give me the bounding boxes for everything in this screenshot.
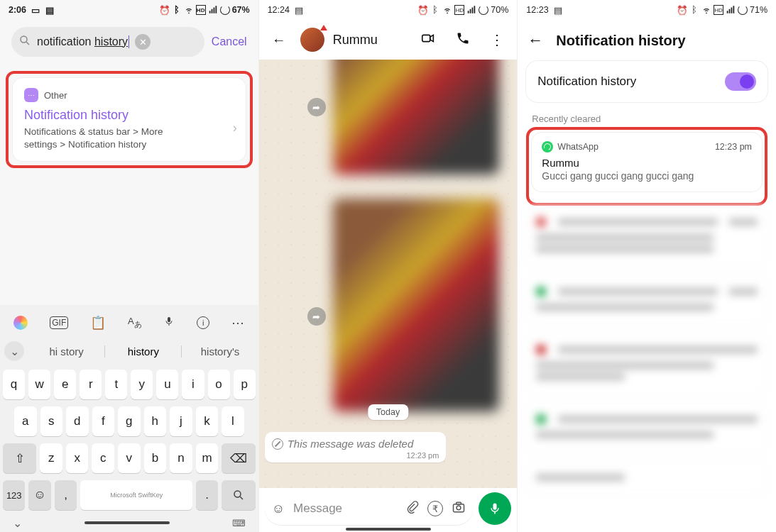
suggestion-2[interactable]: history — [104, 345, 181, 358]
section-label: Other — [44, 90, 67, 101]
notification-item-blurred[interactable] — [526, 333, 767, 394]
key-w[interactable]: w — [28, 370, 50, 399]
key-s[interactable]: s — [40, 406, 63, 436]
nav-handle[interactable] — [84, 521, 170, 524]
result-title: Notification history — [24, 108, 234, 123]
suggestion-1[interactable]: hi story — [28, 345, 104, 358]
search-result-notification-history[interactable]: ⋯ Other Notification history Notificatio… — [13, 78, 246, 161]
translate-icon[interactable]: Aあ — [128, 316, 142, 330]
voice-call-button[interactable] — [450, 31, 476, 49]
search-key[interactable] — [222, 480, 255, 510]
key-n[interactable]: n — [170, 443, 192, 473]
emoji-icon[interactable]: ☺ — [272, 501, 285, 516]
sync-icon — [220, 5, 230, 15]
space-key[interactable]: Microsoft SwiftKey — [80, 480, 192, 510]
message-input[interactable]: ☺ Message ₹ — [265, 492, 474, 525]
key-y[interactable]: y — [131, 370, 153, 399]
key-p[interactable]: p — [234, 370, 256, 399]
signal-icon — [726, 5, 736, 15]
nav-handle[interactable] — [346, 528, 431, 531]
key-k[interactable]: k — [196, 406, 219, 436]
suggestion-3[interactable]: history's — [181, 345, 258, 358]
mic-icon[interactable] — [163, 316, 175, 331]
notification-item-blurred[interactable] — [526, 275, 767, 325]
notification-item-blurred[interactable] — [526, 461, 767, 495]
attach-icon[interactable] — [406, 501, 419, 517]
keyboard[interactable]: GIF 📋 Aあ i ⋯ ⌄ hi story history history'… — [0, 305, 258, 532]
key-m[interactable]: m — [196, 443, 219, 473]
clipboard-icon[interactable]: 📋 — [90, 315, 106, 331]
svg-point-0 — [21, 36, 27, 43]
key-g[interactable]: g — [118, 406, 141, 436]
notification-list: WhatsApp 12:23 pm Rummu Gucci gang gucci… — [518, 127, 776, 495]
key-c[interactable]: c — [92, 443, 114, 473]
wifi-icon — [442, 5, 452, 15]
menu-button[interactable]: ⋮ — [484, 31, 510, 48]
forward-button-1[interactable]: ➦ — [307, 98, 326, 116]
key-z[interactable]: z — [40, 443, 62, 473]
backspace-key[interactable]: ⌫ — [222, 443, 255, 473]
key-e[interactable]: e — [54, 370, 76, 399]
key-h[interactable]: h — [144, 406, 167, 436]
key-t[interactable]: t — [105, 370, 127, 399]
page-header: ← Notification history — [518, 20, 776, 57]
key-v[interactable]: v — [118, 443, 141, 473]
camera-icon[interactable] — [452, 500, 466, 518]
notification-history-toggle-card[interactable]: Notification history — [526, 61, 767, 102]
period-key[interactable]: . — [196, 480, 219, 510]
key-f[interactable]: f — [92, 406, 115, 436]
deleted-message-bubble[interactable]: This message was deleted 12:23 pm — [265, 432, 447, 462]
toggle-label: Notification history — [537, 74, 636, 89]
keyboard-collapse-icon[interactable]: ⌄ — [13, 516, 22, 530]
suggestion-row: ⌄ hi story history history's — [0, 336, 258, 366]
clear-search-button[interactable]: ✕ — [135, 34, 151, 50]
payment-icon[interactable]: ₹ — [427, 501, 443, 516]
copilot-icon[interactable] — [13, 316, 28, 330]
key-i[interactable]: i — [182, 370, 204, 399]
key-o[interactable]: o — [208, 370, 230, 399]
video-call-button[interactable] — [415, 31, 442, 50]
status-bar: 12:24 ▤ ⏰ ᛒ HD 70% — [259, 0, 518, 20]
contact-avatar[interactable] — [300, 28, 324, 52]
key-row-1: q w e r t y u i o p — [0, 366, 258, 403]
emoji-key[interactable]: ☺ — [28, 480, 51, 510]
notification-item-whatsapp[interactable]: WhatsApp 12:23 pm Rummu Gucci gang gucci… — [532, 133, 762, 192]
back-button[interactable]: ← — [528, 31, 543, 50]
numeric-key[interactable]: 123 — [3, 480, 26, 510]
key-u[interactable]: u — [156, 370, 178, 399]
whatsapp-icon — [542, 141, 553, 153]
key-j[interactable]: j — [170, 406, 192, 436]
key-a[interactable]: a — [14, 406, 37, 436]
comma-key[interactable]: , — [55, 480, 77, 510]
blurred-image-message-2[interactable] — [333, 199, 499, 411]
gif-icon[interactable]: GIF — [50, 316, 68, 329]
info-icon[interactable]: i — [197, 316, 209, 329]
key-l[interactable]: l — [222, 406, 244, 436]
collapse-suggestions-button[interactable]: ⌄ — [4, 341, 24, 361]
result-path: Notifications & status bar > More settin… — [24, 126, 195, 151]
toggle-switch[interactable] — [725, 72, 756, 91]
status-battery: 71% — [750, 5, 767, 15]
chat-header: ← Rummu ⋮ — [259, 20, 518, 60]
key-d[interactable]: d — [66, 406, 89, 436]
voice-message-button[interactable] — [479, 492, 511, 525]
cancel-button[interactable]: Cancel — [212, 35, 247, 48]
key-b[interactable]: b — [144, 443, 167, 473]
blurred-image-message-1[interactable] — [333, 60, 499, 174]
contact-name[interactable]: Rummu — [333, 33, 407, 48]
key-x[interactable]: x — [66, 443, 89, 473]
notification-item-blurred[interactable] — [526, 206, 767, 267]
search-input-container[interactable]: notification history ✕ — [11, 27, 204, 57]
back-button[interactable]: ← — [266, 32, 292, 48]
key-q[interactable]: q — [3, 370, 25, 399]
shift-key[interactable]: ⇧ — [3, 443, 36, 473]
bluetooth-icon: ᛒ — [689, 5, 699, 15]
forward-button-2[interactable]: ➦ — [307, 307, 326, 326]
more-icon[interactable]: ⋯ — [231, 315, 244, 331]
keyboard-switch-icon[interactable]: ⌨ — [232, 518, 246, 528]
chat-body[interactable]: ➦ ➦ Today This message was deleted 12:23… — [259, 60, 518, 488]
signal-icon — [466, 5, 476, 15]
notification-item-blurred[interactable] — [526, 403, 767, 453]
key-r[interactable]: r — [80, 370, 102, 399]
page-title: Notification history — [556, 33, 685, 49]
